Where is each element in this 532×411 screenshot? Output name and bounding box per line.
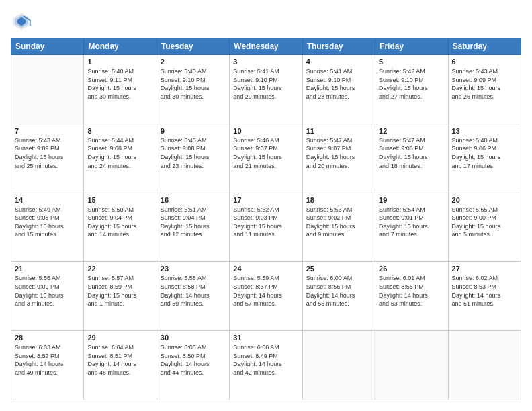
- calendar-cell: 17Sunrise: 5:52 AM Sunset: 9:03 PM Dayli…: [230, 193, 302, 262]
- calendar-cell: [302, 331, 375, 400]
- day-number: 18: [306, 196, 371, 204]
- calendar-week-2: 7Sunrise: 5:43 AM Sunset: 9:09 PM Daylig…: [11, 124, 521, 193]
- calendar-cell: 12Sunrise: 5:47 AM Sunset: 9:06 PM Dayli…: [375, 124, 448, 193]
- day-number: 3: [233, 58, 298, 66]
- column-header-saturday: Saturday: [448, 38, 521, 55]
- calendar-cell: 21Sunrise: 5:56 AM Sunset: 9:00 PM Dayli…: [11, 262, 84, 331]
- day-info: Sunrise: 5:57 AM Sunset: 8:59 PM Dayligh…: [87, 274, 152, 308]
- calendar-cell: 23Sunrise: 5:58 AM Sunset: 8:58 PM Dayli…: [157, 262, 229, 331]
- day-info: Sunrise: 5:44 AM Sunset: 9:08 PM Dayligh…: [87, 136, 152, 170]
- day-number: 11: [306, 127, 371, 135]
- day-info: Sunrise: 5:46 AM Sunset: 9:07 PM Dayligh…: [233, 136, 298, 170]
- day-number: 31: [233, 334, 298, 342]
- calendar-week-4: 21Sunrise: 5:56 AM Sunset: 9:00 PM Dayli…: [11, 262, 521, 331]
- day-info: Sunrise: 5:54 AM Sunset: 9:01 PM Dayligh…: [379, 205, 444, 239]
- day-info: Sunrise: 5:59 AM Sunset: 8:57 PM Dayligh…: [233, 274, 298, 308]
- column-header-sunday: Sunday: [11, 38, 84, 55]
- day-number: 20: [452, 196, 517, 204]
- calendar-cell: 30Sunrise: 6:05 AM Sunset: 8:50 PM Dayli…: [157, 331, 229, 400]
- calendar-week-5: 28Sunrise: 6:03 AM Sunset: 8:52 PM Dayli…: [11, 331, 521, 400]
- day-info: Sunrise: 5:41 AM Sunset: 9:10 PM Dayligh…: [233, 67, 298, 101]
- day-info: Sunrise: 5:47 AM Sunset: 9:07 PM Dayligh…: [306, 136, 371, 170]
- day-info: Sunrise: 6:01 AM Sunset: 8:55 PM Dayligh…: [379, 274, 444, 308]
- calendar-cell: 9Sunrise: 5:45 AM Sunset: 9:08 PM Daylig…: [157, 124, 229, 193]
- day-number: 30: [161, 334, 226, 342]
- day-number: 23: [161, 265, 226, 273]
- day-number: 4: [306, 58, 371, 66]
- calendar-cell: 3Sunrise: 5:41 AM Sunset: 9:10 PM Daylig…: [230, 55, 302, 124]
- calendar-cell: 1Sunrise: 5:40 AM Sunset: 9:11 PM Daylig…: [84, 55, 157, 124]
- day-info: Sunrise: 6:04 AM Sunset: 8:51 PM Dayligh…: [87, 343, 152, 377]
- calendar-week-3: 14Sunrise: 5:49 AM Sunset: 9:05 PM Dayli…: [11, 193, 521, 262]
- calendar-cell: 28Sunrise: 6:03 AM Sunset: 8:52 PM Dayli…: [11, 331, 84, 400]
- day-info: Sunrise: 6:05 AM Sunset: 8:50 PM Dayligh…: [161, 343, 226, 377]
- day-number: 2: [161, 58, 226, 66]
- calendar-header-row: SundayMondayTuesdayWednesdayThursdayFrid…: [11, 38, 521, 55]
- calendar-cell: 29Sunrise: 6:04 AM Sunset: 8:51 PM Dayli…: [84, 331, 157, 400]
- calendar-cell: 6Sunrise: 5:43 AM Sunset: 9:09 PM Daylig…: [448, 55, 521, 124]
- day-number: 1: [87, 58, 152, 66]
- day-info: Sunrise: 5:55 AM Sunset: 9:00 PM Dayligh…: [452, 205, 517, 239]
- calendar-cell: 26Sunrise: 6:01 AM Sunset: 8:55 PM Dayli…: [375, 262, 448, 331]
- day-number: 26: [379, 265, 444, 273]
- page: SundayMondayTuesdayWednesdayThursdayFrid…: [0, 0, 532, 411]
- calendar-cell: 13Sunrise: 5:48 AM Sunset: 9:06 PM Dayli…: [448, 124, 521, 193]
- day-number: 16: [161, 196, 226, 204]
- column-header-thursday: Thursday: [302, 38, 375, 55]
- day-number: 19: [379, 196, 444, 204]
- day-number: 7: [15, 127, 80, 135]
- calendar-cell: 8Sunrise: 5:44 AM Sunset: 9:08 PM Daylig…: [84, 124, 157, 193]
- calendar-week-1: 1Sunrise: 5:40 AM Sunset: 9:11 PM Daylig…: [11, 55, 521, 124]
- day-info: Sunrise: 5:47 AM Sunset: 9:06 PM Dayligh…: [379, 136, 444, 170]
- day-number: 24: [233, 265, 298, 273]
- calendar-cell: 2Sunrise: 5:40 AM Sunset: 9:10 PM Daylig…: [157, 55, 229, 124]
- day-info: Sunrise: 5:40 AM Sunset: 9:10 PM Dayligh…: [161, 67, 226, 101]
- day-number: 12: [379, 127, 444, 135]
- calendar-cell: [375, 331, 448, 400]
- day-info: Sunrise: 5:45 AM Sunset: 9:08 PM Dayligh…: [161, 136, 226, 170]
- logo-icon: [11, 11, 32, 32]
- column-header-wednesday: Wednesday: [230, 38, 302, 55]
- day-number: 29: [87, 334, 152, 342]
- day-number: 25: [306, 265, 371, 273]
- day-info: Sunrise: 5:53 AM Sunset: 9:02 PM Dayligh…: [306, 205, 371, 239]
- day-number: 28: [15, 334, 80, 342]
- day-number: 8: [87, 127, 152, 135]
- day-info: Sunrise: 5:52 AM Sunset: 9:03 PM Dayligh…: [233, 205, 298, 239]
- day-number: 27: [452, 265, 517, 273]
- calendar-cell: 18Sunrise: 5:53 AM Sunset: 9:02 PM Dayli…: [302, 193, 375, 262]
- day-info: Sunrise: 5:42 AM Sunset: 9:10 PM Dayligh…: [379, 67, 444, 101]
- calendar-cell: 14Sunrise: 5:49 AM Sunset: 9:05 PM Dayli…: [11, 193, 84, 262]
- calendar-cell: 7Sunrise: 5:43 AM Sunset: 9:09 PM Daylig…: [11, 124, 84, 193]
- calendar-cell: 5Sunrise: 5:42 AM Sunset: 9:10 PM Daylig…: [375, 55, 448, 124]
- calendar-cell: 27Sunrise: 6:02 AM Sunset: 8:53 PM Dayli…: [448, 262, 521, 331]
- day-info: Sunrise: 6:06 AM Sunset: 8:49 PM Dayligh…: [233, 343, 298, 377]
- day-info: Sunrise: 5:56 AM Sunset: 9:00 PM Dayligh…: [15, 274, 80, 308]
- header: [11, 11, 521, 32]
- calendar-cell: 16Sunrise: 5:51 AM Sunset: 9:04 PM Dayli…: [157, 193, 229, 262]
- calendar-cell: 25Sunrise: 6:00 AM Sunset: 8:56 PM Dayli…: [302, 262, 375, 331]
- day-number: 5: [379, 58, 444, 66]
- calendar-cell: 22Sunrise: 5:57 AM Sunset: 8:59 PM Dayli…: [84, 262, 157, 331]
- day-info: Sunrise: 5:51 AM Sunset: 9:04 PM Dayligh…: [161, 205, 226, 239]
- day-number: 22: [87, 265, 152, 273]
- column-header-friday: Friday: [375, 38, 448, 55]
- calendar-cell: [11, 55, 84, 124]
- day-info: Sunrise: 5:43 AM Sunset: 9:09 PM Dayligh…: [15, 136, 80, 170]
- column-header-monday: Monday: [84, 38, 157, 55]
- day-number: 10: [233, 127, 298, 135]
- day-info: Sunrise: 5:41 AM Sunset: 9:10 PM Dayligh…: [306, 67, 371, 101]
- calendar-cell: 11Sunrise: 5:47 AM Sunset: 9:07 PM Dayli…: [302, 124, 375, 193]
- calendar-cell: 19Sunrise: 5:54 AM Sunset: 9:01 PM Dayli…: [375, 193, 448, 262]
- day-info: Sunrise: 5:58 AM Sunset: 8:58 PM Dayligh…: [161, 274, 226, 308]
- calendar-cell: 24Sunrise: 5:59 AM Sunset: 8:57 PM Dayli…: [230, 262, 302, 331]
- day-number: 17: [233, 196, 298, 204]
- column-header-tuesday: Tuesday: [157, 38, 229, 55]
- calendar-cell: 15Sunrise: 5:50 AM Sunset: 9:04 PM Dayli…: [84, 193, 157, 262]
- logo: [11, 11, 35, 32]
- day-number: 15: [87, 196, 152, 204]
- day-number: 6: [452, 58, 517, 66]
- day-info: Sunrise: 6:03 AM Sunset: 8:52 PM Dayligh…: [15, 343, 80, 377]
- calendar-cell: [448, 331, 521, 400]
- day-number: 13: [452, 127, 517, 135]
